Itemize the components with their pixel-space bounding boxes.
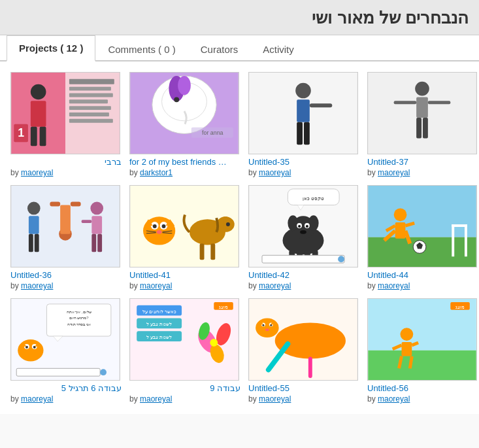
project-title[interactable]: Untitled-44 (367, 270, 478, 280)
project-title[interactable]: Untitled-41 (129, 270, 240, 280)
project-author-line: by maoreyal (367, 168, 478, 177)
svg-rect-49 (91, 234, 96, 252)
svg-point-145 (401, 328, 414, 341)
svg-text:אני בסדר תודה: אני בסדר תודה (67, 322, 91, 326)
project-author-link[interactable]: maoreyal (378, 168, 410, 177)
svg-rect-11 (69, 106, 111, 110)
project-title[interactable]: Untitled-35 (248, 157, 359, 167)
project-author-link[interactable]: maoreyal (259, 168, 291, 177)
project-card: Untitled-55by maoreyal (248, 298, 359, 404)
project-author-link[interactable]: darkstor1 (140, 168, 173, 177)
svg-point-22 (174, 97, 179, 102)
project-title[interactable]: עבודה 6 תרגיל 5 (10, 383, 122, 393)
svg-rect-13 (69, 119, 113, 123)
svg-rect-8 (69, 87, 111, 91)
project-card: Untitled-35by maoreyal (248, 72, 359, 177)
svg-point-78 (308, 215, 319, 231)
svg-rect-51 (82, 220, 92, 223)
tab-projects[interactable]: Projects ( 12 ) (7, 35, 95, 61)
svg-rect-12 (69, 112, 109, 116)
tabs-bar: Projects ( 12 ) Comments ( 0 ) Curators … (0, 35, 479, 61)
project-author-link[interactable]: maoreyal (21, 281, 53, 290)
svg-text:כאשר לוחצים על: כאשר לוחצים על (142, 309, 176, 314)
project-thumbnail[interactable]: 1 (10, 72, 120, 154)
project-author-link[interactable]: maoreyal (140, 394, 172, 404)
svg-rect-5 (31, 127, 37, 146)
project-card: Untitled-41by maoreyal (129, 185, 240, 290)
svg-rect-37 (423, 118, 428, 138)
svg-point-82 (306, 225, 308, 228)
project-title[interactable]: Untitled-36 (10, 270, 122, 280)
svg-rect-144 (368, 351, 476, 380)
svg-rect-34 (394, 101, 416, 104)
svg-rect-7 (69, 79, 114, 84)
tab-activity[interactable]: Activity (250, 37, 306, 61)
svg-point-109 (18, 339, 43, 361)
svg-rect-45 (50, 202, 60, 207)
svg-rect-4 (31, 101, 46, 126)
svg-point-129 (210, 339, 218, 347)
project-thumbnail[interactable]: מוצג (367, 298, 477, 381)
svg-rect-6 (40, 127, 46, 146)
svg-point-39 (27, 202, 41, 215)
project-card: מוצג Untitled-56by maoreyal (367, 298, 478, 404)
project-title[interactable]: ברבי (10, 157, 122, 167)
project-title[interactable]: Untitled-56 (367, 383, 478, 393)
project-author-line: by maoreyal (129, 394, 240, 404)
svg-point-26 (295, 83, 311, 99)
svg-rect-28 (310, 103, 332, 107)
svg-point-117 (100, 369, 107, 375)
project-title[interactable]: Untitled-37 (367, 157, 478, 167)
svg-point-21 (178, 76, 191, 95)
svg-point-57 (162, 224, 166, 228)
project-author-line: by maoreyal (129, 281, 240, 290)
project-title[interactable]: עבודה 9 (129, 383, 240, 393)
project-card: 1 ברביby maoreyal (10, 72, 122, 177)
svg-rect-102 (452, 224, 467, 227)
project-card: for anna for 2 of my best friends …by da… (129, 72, 240, 177)
svg-text:מוצג: מוצג (219, 305, 228, 309)
project-thumbnail[interactable]: כאשר לוחצים על לשנות צבע ל לשנות צבע ל מ… (129, 298, 239, 381)
project-card: Untitled-44by maoreyal (367, 185, 478, 290)
project-thumbnail[interactable] (367, 72, 477, 154)
project-author-link[interactable]: maoreyal (21, 168, 53, 177)
project-author-line: by maoreyal (367, 394, 478, 404)
project-thumbnail[interactable] (10, 185, 120, 267)
project-author-line: by darkstor1 (129, 168, 240, 177)
svg-text:שלום, איך אתה: שלום, איך אתה (67, 310, 91, 314)
svg-point-133 (275, 322, 346, 358)
project-thumbnail[interactable] (248, 72, 358, 154)
project-author-link[interactable]: maoreyal (378, 281, 410, 290)
project-author-link[interactable]: maoreyal (259, 394, 291, 404)
project-thumbnail[interactable]: טקסט כאן (248, 185, 358, 267)
project-thumbnail[interactable] (367, 185, 477, 267)
project-thumbnail[interactable] (248, 298, 358, 381)
tab-comments[interactable]: Comments ( 0 ) (95, 37, 188, 61)
svg-text:מרגיש היום?: מרגיש היום? (69, 316, 90, 320)
svg-rect-48 (91, 216, 102, 234)
svg-point-92 (394, 208, 407, 221)
svg-rect-50 (97, 234, 102, 252)
project-author-link[interactable]: maoreyal (140, 281, 172, 290)
project-thumbnail[interactable]: שלום, איך אתה מרגיש היום? אני בסדר תודה (10, 298, 120, 381)
page-title: הנבחרים של מאור ושי (10, 8, 469, 28)
project-author-link[interactable]: maoreyal (378, 394, 410, 404)
svg-rect-146 (402, 342, 412, 356)
svg-rect-42 (35, 234, 39, 252)
project-title[interactable]: Untitled-42 (248, 270, 359, 280)
project-title[interactable]: for 2 of my best friends … (129, 157, 240, 167)
svg-rect-46 (71, 202, 81, 207)
svg-point-60 (157, 230, 162, 234)
project-author-link[interactable]: maoreyal (21, 394, 53, 404)
project-thumbnail[interactable]: for anna (129, 72, 239, 154)
svg-rect-36 (416, 118, 421, 138)
project-thumbnail[interactable] (129, 185, 239, 267)
project-author-line: by maoreyal (367, 281, 478, 290)
project-title[interactable]: Untitled-55 (248, 383, 359, 393)
project-author-line: by maoreyal (248, 394, 359, 404)
tab-curators[interactable]: Curators (188, 37, 251, 61)
project-author-link[interactable]: maoreyal (259, 281, 291, 290)
svg-rect-27 (297, 99, 310, 122)
svg-line-150 (410, 356, 412, 369)
svg-rect-10 (69, 99, 108, 103)
